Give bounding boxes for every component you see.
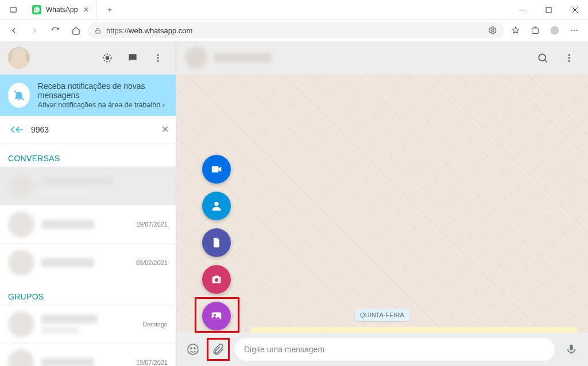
lock-icon <box>94 27 102 34</box>
search-input[interactable] <box>31 125 156 134</box>
chat-date: 03/02/2021 <box>136 259 168 266</box>
svg-point-12 <box>157 57 159 59</box>
chat-avatar <box>8 211 34 237</box>
attach-document-button[interactable] <box>202 228 231 257</box>
attachment-menu <box>202 155 231 330</box>
whatsapp-favicon <box>32 5 41 14</box>
notification-line2: Ativar notificações na área de trabalho … <box>38 101 168 109</box>
address-bar[interactable]: https://web.whatsapp.com <box>87 22 504 38</box>
menu-button[interactable] <box>148 48 168 68</box>
chat-search-button[interactable] <box>533 48 552 68</box>
browser-menu[interactable] <box>565 21 583 40</box>
chat-body: QUINTA-FEIRA 🔒As mensagens são protegida… <box>176 75 588 333</box>
chat-avatar <box>8 173 34 199</box>
svg-rect-26 <box>570 345 573 351</box>
clear-search-icon[interactable]: ✕ <box>161 124 169 135</box>
attach-button[interactable] <box>210 341 227 358</box>
bell-slash-icon <box>8 83 30 108</box>
chat-avatar <box>8 250 34 276</box>
svg-point-10 <box>106 57 109 60</box>
message-input[interactable]: Digite uma mensagem <box>235 338 555 361</box>
chat-date: 19/07/2021 <box>136 359 168 366</box>
svg-point-16 <box>568 57 570 59</box>
contact-name <box>214 53 272 63</box>
tab-overview-button[interactable] <box>5 0 22 20</box>
attach-camera-button[interactable] <box>202 265 231 294</box>
section-conversas: CONVERSAS <box>0 143 176 166</box>
svg-point-15 <box>568 54 570 56</box>
attach-photos-button[interactable] <box>202 302 231 330</box>
profile-button[interactable] <box>546 21 564 40</box>
chat-avatar <box>8 349 34 366</box>
arrow-left-icon[interactable] <box>14 124 25 135</box>
svg-rect-0 <box>10 7 17 11</box>
svg-point-11 <box>157 54 159 56</box>
svg-point-19 <box>214 202 218 206</box>
svg-point-8 <box>577 30 578 31</box>
notification-line1: Receba notificações de novas mensagens <box>38 81 168 100</box>
chat-row[interactable]: 03/02/2021 <box>0 243 176 282</box>
collections-button[interactable] <box>526 21 544 40</box>
composer: Digite uma mensagem <box>176 333 588 366</box>
new-tab-button[interactable] <box>101 6 118 13</box>
favorites-button[interactable] <box>506 21 525 40</box>
svg-point-24 <box>191 348 192 349</box>
attach-contact-button[interactable] <box>202 192 231 220</box>
nav-home[interactable] <box>67 21 85 40</box>
svg-rect-4 <box>532 28 539 33</box>
chat-header <box>176 41 588 75</box>
svg-rect-18 <box>212 166 219 173</box>
chat-row[interactable]: Domingo <box>0 305 176 343</box>
chat-panel: QUINTA-FEIRA 🔒As mensagens são protegida… <box>176 41 588 366</box>
window-maximize[interactable] <box>535 0 562 20</box>
contact-avatar[interactable] <box>185 47 207 69</box>
svg-point-17 <box>568 60 570 62</box>
chat-date: 19/07/2021 <box>136 221 168 228</box>
search-bar: ✕ <box>0 116 176 143</box>
encryption-banner[interactable]: 🔒As mensagens são protegidas com a cript… <box>250 327 578 333</box>
chat-avatar <box>8 311 34 337</box>
chat-menu-button[interactable] <box>559 48 579 68</box>
voice-button[interactable] <box>563 341 580 358</box>
nav-back[interactable] <box>5 21 23 40</box>
nav-forward <box>25 21 44 40</box>
section-grupos: GRUPOS <box>0 282 176 305</box>
svg-point-25 <box>194 348 195 349</box>
nav-refresh[interactable] <box>46 21 64 40</box>
svg-rect-2 <box>96 30 100 33</box>
tab-close-button[interactable]: ✕ <box>82 6 90 14</box>
svg-point-22 <box>214 314 216 316</box>
svg-point-13 <box>157 60 159 62</box>
chat-row[interactable]: 19/07/2021 <box>0 343 176 366</box>
chat-row[interactable] <box>0 166 176 205</box>
svg-point-14 <box>539 54 546 61</box>
browser-tab[interactable]: WhatsApp ✕ <box>26 0 96 19</box>
svg-point-6 <box>571 30 572 31</box>
notification-banner[interactable]: Receba notificações de novas mensagens A… <box>0 75 176 116</box>
svg-point-3 <box>492 29 494 32</box>
tab-title: WhatsApp <box>46 6 78 14</box>
attach-room-button[interactable] <box>202 155 231 184</box>
window-titlebar: WhatsApp ✕ <box>0 0 588 20</box>
window-minimize[interactable] <box>509 0 535 20</box>
url-text: https://web.whatsapp.com <box>106 26 483 35</box>
my-avatar[interactable] <box>8 47 30 69</box>
sidebar-header <box>0 41 176 75</box>
status-button[interactable] <box>98 48 117 68</box>
whatsapp-app: Receba notificações de novas mensagens A… <box>0 41 588 366</box>
browser-toolbar: https://web.whatsapp.com <box>0 20 588 41</box>
svg-point-23 <box>188 344 198 355</box>
svg-rect-1 <box>546 7 551 13</box>
svg-point-20 <box>215 278 218 282</box>
emoji-button[interactable] <box>184 341 202 358</box>
window-close[interactable] <box>562 0 588 20</box>
chat-date: Domingo <box>142 321 168 328</box>
date-pill: QUINTA-FEIRA <box>354 309 410 321</box>
new-chat-button[interactable] <box>123 48 142 68</box>
sidebar: Receba notificações de novas mensagens A… <box>0 41 176 366</box>
chat-row[interactable]: 19/07/2021 <box>0 205 176 243</box>
svg-point-7 <box>574 30 575 31</box>
chat-list: CONVERSAS 19/07/2021 03/02/2021 GRUPOS <box>0 143 176 366</box>
site-settings-icon[interactable] <box>488 26 497 35</box>
svg-point-5 <box>551 26 559 35</box>
